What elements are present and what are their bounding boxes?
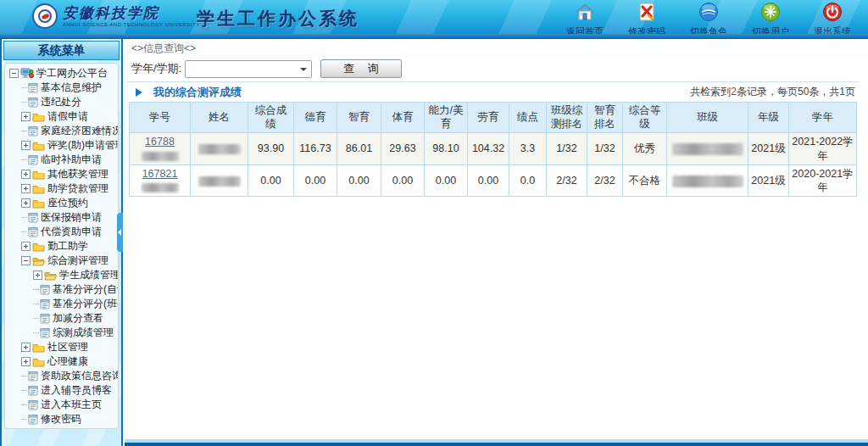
tree-item-label: 助学贷款管理 <box>47 181 108 196</box>
tree-item[interactable]: 社区管理 <box>7 340 118 354</box>
score-cell: 3.3 <box>509 133 547 165</box>
expand-plus-icon[interactable] <box>21 170 31 179</box>
tree-item[interactable]: 助学贷款管理 <box>7 181 118 196</box>
section-title: 我的综合测评成绩 <box>153 85 242 100</box>
tree-item-label: 违纪处分 <box>41 95 81 109</box>
tree-item-label: 评奖(助)申请管理 <box>47 138 119 153</box>
action-logout[interactable]: 退出系统 <box>809 2 856 34</box>
header-actions: 返回首页修改密码切换角色切换用户退出系统 <box>561 2 856 34</box>
tree-item-label: 家庭经济困难情况查看 <box>41 124 119 138</box>
score-cell: 0.00 <box>381 164 425 197</box>
score-cell: 29.63 <box>381 133 425 165</box>
student-id-link[interactable]: 167821 <box>141 168 179 193</box>
tree-item-label: 综测成绩管理 <box>53 326 114 340</box>
tree-item-label: 基准分评分(班委) <box>53 297 119 311</box>
action-role[interactable]: 切换角色 <box>685 2 732 34</box>
score-cell: 2021-2022学年 <box>789 133 857 165</box>
expand-plus-icon[interactable] <box>21 242 31 251</box>
tree-item-label: 进入本班主页 <box>41 398 102 412</box>
tree-item[interactable]: 基准分评分(班委) <box>7 297 118 311</box>
app-header: 安徽科技学院 ANHUI SCIENCE AND TECHNOLOGY UNIV… <box>0 0 868 34</box>
tree-item[interactable]: 临时补助申请 <box>7 153 118 167</box>
tree-item[interactable]: 代偿资助申请 <box>7 225 118 239</box>
score-cell: 2/32 <box>587 164 623 197</box>
tree-item-label: 勤工助学 <box>47 239 88 254</box>
redacted-text <box>672 143 743 155</box>
tree-item[interactable]: 学工网办公平台 <box>7 66 118 81</box>
tree-item-label: 代偿资助申请 <box>41 225 102 239</box>
tree-item[interactable]: 其他获奖管理 <box>7 167 118 181</box>
tree-item[interactable]: 进入辅导员博客 <box>7 383 118 398</box>
score-cell: 优秀 <box>623 133 667 165</box>
tree-item-label: 基准分评分(自评) <box>53 282 119 297</box>
tree-item[interactable]: 违纪处分 <box>7 95 118 109</box>
tree-item-label: 资助政策信息咨询 <box>41 369 119 383</box>
tree-connector <box>21 159 27 160</box>
brand: 安徽科技学院 ANHUI SCIENCE AND TECHNOLOGY UNIV… <box>32 3 200 29</box>
query-button[interactable]: 查 询 <box>320 59 402 78</box>
sidebar: 系统菜单 学工网办公平台基本信息维护违纪处分请假申请家庭经济困难情况查看评奖(助… <box>0 39 123 446</box>
tree-item-label: 座位预约 <box>47 196 88 210</box>
score-cell: 104.32 <box>468 133 509 165</box>
column-header: 班级综测排名 <box>547 103 587 133</box>
tree-item[interactable]: 基准分评分(自评) <box>7 282 118 297</box>
tree-item[interactable]: 学生成绩管理 <box>7 268 118 282</box>
score-cell: 93.90 <box>248 133 294 165</box>
tree-item[interactable]: 综测成绩管理 <box>7 326 118 340</box>
university-subtitle: ANHUI SCIENCE AND TECHNOLOGY UNIVERSITY <box>63 22 200 27</box>
tree-item[interactable]: 勤工助学 <box>7 239 118 254</box>
doc-icon <box>28 385 38 396</box>
tree-connector <box>33 289 39 290</box>
tree-item[interactable]: 基本信息维护 <box>7 81 118 95</box>
semester-select[interactable] <box>185 60 312 78</box>
collapse-minus-icon[interactable] <box>21 256 31 265</box>
collapse-minus-icon[interactable] <box>9 69 19 78</box>
tree-item[interactable]: 加减分查看 <box>7 311 118 326</box>
section-arrow-icon <box>136 88 147 97</box>
expand-plus-icon[interactable] <box>21 112 31 121</box>
university-name: 安徽科技学院 <box>63 6 200 20</box>
score-table: 学号姓名综合成绩德育智育体育能力/美育劳育绩点班级综测排名智育排名综合等级班级年… <box>129 102 857 197</box>
student-id-link[interactable]: 16788 <box>141 136 179 161</box>
folder-icon <box>32 357 45 367</box>
password-icon <box>637 2 657 22</box>
redacted-text <box>142 152 179 161</box>
score-cell: 2/32 <box>547 164 587 197</box>
action-label: 退出系统 <box>809 25 856 34</box>
tree-item-label: 其他获奖管理 <box>47 167 108 181</box>
score-cell: 2021级 <box>748 164 789 197</box>
tree-item[interactable]: 心理健康 <box>7 354 118 369</box>
action-home[interactable]: 返回首页 <box>561 2 609 34</box>
tree-item[interactable]: 评奖(助)申请管理 <box>7 138 118 153</box>
tree-item-label: 修改密码 <box>41 412 81 426</box>
expand-plus-icon[interactable] <box>21 141 31 150</box>
expand-plus-icon[interactable] <box>33 270 42 280</box>
folder-icon <box>32 242 45 252</box>
tree-connector <box>21 87 27 88</box>
action-user[interactable]: 切换用户 <box>747 2 794 34</box>
tree-item[interactable]: 进入本班主页 <box>7 398 118 412</box>
university-logo-icon <box>32 3 58 29</box>
expand-plus-icon[interactable] <box>21 184 31 193</box>
tree-item[interactable]: 请假申请 <box>7 109 118 124</box>
tree-item[interactable]: 座位预约 <box>7 196 118 210</box>
doc-icon <box>28 82 38 93</box>
tree-item[interactable]: 家庭经济困难情况查看 <box>7 124 118 138</box>
folder-open-icon <box>44 270 57 281</box>
tree-item-label: 学生成绩管理 <box>59 268 119 282</box>
tree-connector <box>33 304 39 304</box>
sidebar-collapse-handle[interactable] <box>117 213 123 252</box>
expand-plus-icon[interactable] <box>21 357 31 366</box>
tree-item[interactable]: 修改密码 <box>7 412 118 426</box>
expand-plus-icon[interactable] <box>21 343 31 352</box>
score-cell: 1/32 <box>547 133 587 165</box>
tree-item[interactable]: 资助政策信息咨询 <box>7 369 118 383</box>
expand-plus-icon[interactable] <box>21 198 31 208</box>
system-title: 学生工作办公系统 <box>197 7 359 31</box>
redacted-text <box>198 176 241 187</box>
tree-item[interactable]: 综合测评管理 <box>7 254 118 268</box>
action-password[interactable]: 修改密码 <box>623 2 670 34</box>
home-icon <box>575 2 595 22</box>
tree-item[interactable]: 医保报销申请 <box>7 210 118 225</box>
folder-open-icon <box>32 256 45 266</box>
